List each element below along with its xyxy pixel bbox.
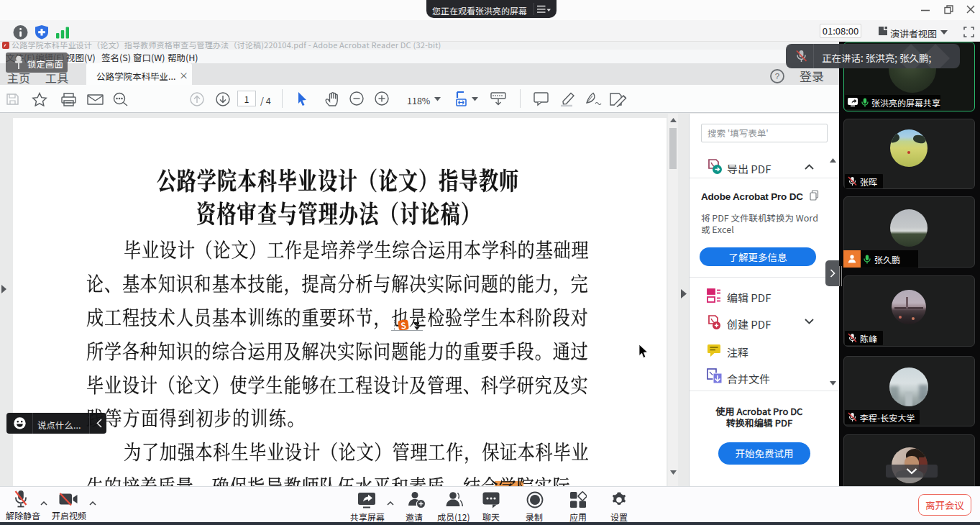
- svg-text:?: ?: [775, 72, 779, 81]
